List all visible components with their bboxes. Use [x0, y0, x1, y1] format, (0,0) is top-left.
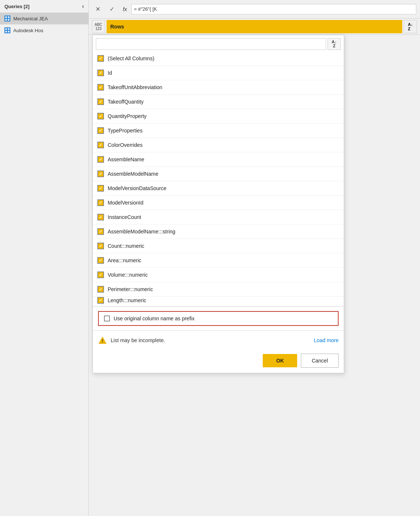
sort-az-icon: A↓Z: [332, 40, 336, 48]
column-item[interactable]: ColorOverrides: [93, 138, 344, 152]
column-checkbox[interactable]: [97, 286, 104, 293]
column-item[interactable]: AssembleModelName:::string: [93, 225, 344, 239]
column-checkbox[interactable]: [97, 55, 104, 62]
column-name-text: Rows: [110, 24, 124, 30]
column-checkbox[interactable]: [97, 171, 104, 177]
prefix-checkbox-row[interactable]: Use original column name as prefix: [98, 311, 339, 326]
svg-rect-7: [8, 28, 10, 30]
sidebar-item-label-1: Mechanical JEA: [13, 16, 48, 21]
column-label: Id: [108, 70, 112, 76]
column-checkbox[interactable]: [97, 142, 104, 148]
column-checkbox[interactable]: [97, 297, 104, 304]
svg-rect-1: [5, 16, 7, 18]
column-item[interactable]: (Select All Columns): [93, 51, 344, 66]
column-checkbox[interactable]: [97, 272, 104, 278]
fx-label: fx: [121, 6, 129, 12]
formula-input[interactable]: = #"26"{ [K: [131, 4, 416, 14]
column-item[interactable]: Area:::numeric: [93, 253, 344, 268]
sidebar: Queries [2] ‹ Mechanical JEA Autodes: [0, 0, 89, 516]
column-label: Count:::numeric: [108, 243, 144, 249]
column-label: AssembleModelName: [108, 171, 158, 177]
column-item[interactable]: Volume:::numeric: [93, 268, 344, 282]
column-label: Perimeter:::numeric: [108, 286, 153, 292]
sidebar-collapse-icon[interactable]: ‹: [82, 3, 84, 10]
svg-text:!: !: [102, 338, 103, 344]
column-label: QuantityProperty: [108, 113, 147, 119]
column-checkbox[interactable]: [97, 257, 104, 264]
column-item[interactable]: AssembleModelName: [93, 167, 344, 181]
column-item[interactable]: Count:::numeric: [93, 239, 344, 253]
sidebar-header: Queries [2] ‹: [0, 0, 88, 13]
column-item[interactable]: ModelVersionId: [93, 196, 344, 210]
warning-text: List may be incomplete.: [111, 337, 310, 343]
column-item[interactable]: AssembleName: [93, 152, 344, 167]
column-label: AssembleName: [108, 156, 144, 162]
column-item[interactable]: QuantityProperty: [93, 109, 344, 124]
type-label: ABC123: [95, 23, 103, 31]
cancel-formula-button[interactable]: ✕: [93, 4, 103, 14]
column-item[interactable]: TakeoffUnitAbbreviation: [93, 80, 344, 95]
column-item[interactable]: ModelVersionDataSource: [93, 181, 344, 196]
column-checkbox[interactable]: [97, 185, 104, 192]
svg-rect-4: [8, 19, 10, 21]
svg-rect-8: [5, 31, 7, 33]
column-checkbox[interactable]: [97, 199, 104, 206]
column-checkbox[interactable]: [97, 156, 104, 163]
column-list[interactable]: (Select All Columns)IdTakeoffUnitAbbrevi…: [93, 51, 344, 306]
column-checkbox[interactable]: [97, 127, 104, 134]
formula-text: = #"26"{ [K: [134, 6, 157, 12]
queries-title: Queries [2]: [4, 4, 30, 9]
confirm-icon: ✓: [110, 6, 114, 13]
column-checkbox[interactable]: [97, 243, 104, 249]
column-checkbox[interactable]: [97, 228, 104, 235]
sort-az-button[interactable]: A↓Z: [327, 38, 341, 50]
column-item[interactable]: InstanceCount: [93, 210, 344, 225]
sidebar-item-autodesk[interactable]: Autodesk Hos: [0, 24, 88, 36]
column-checkbox[interactable]: [97, 113, 104, 119]
footer-buttons: OK Cancel: [93, 350, 344, 373]
column-label: InstanceCount: [108, 214, 141, 220]
column-label: AssembleModelName:::string: [108, 229, 175, 235]
svg-rect-2: [8, 16, 10, 18]
top-bar: ✕ ✓ fx = #"26"{ [K: [89, 0, 420, 18]
svg-rect-3: [5, 19, 7, 21]
column-type-icon[interactable]: ABC123: [92, 20, 105, 33]
column-label: Length:::numeric: [108, 297, 146, 303]
column-item[interactable]: Perimeter:::numeric: [93, 282, 344, 297]
formula-bar-area: fx = #"26"{ [K: [121, 4, 416, 14]
warning-row: ! List may be incomplete. Load more: [93, 331, 344, 350]
sort-button[interactable]: A↓Z: [404, 20, 417, 33]
prefix-label: Use original column name as prefix: [114, 316, 195, 321]
sidebar-item-label-2: Autodesk Hos: [13, 28, 43, 33]
column-checkbox[interactable]: [97, 84, 104, 91]
column-checkbox[interactable]: [97, 214, 104, 220]
column-label: Volume:::numeric: [108, 272, 148, 278]
column-label: ColorOverrides: [108, 142, 142, 148]
column-checkbox[interactable]: [97, 98, 104, 105]
column-item[interactable]: TakeoffQuantity: [93, 95, 344, 109]
ok-button[interactable]: OK: [263, 354, 297, 367]
search-wrap: [96, 38, 326, 50]
load-more-button[interactable]: Load more: [314, 337, 339, 343]
modal-overlay: A↓Z (Select All Columns)IdTakeoffUnitAbb…: [89, 35, 420, 516]
cancel-button[interactable]: Cancel: [301, 354, 339, 368]
svg-rect-6: [5, 28, 7, 30]
column-label: ModelVersionId: [108, 200, 144, 206]
search-row: A↓Z: [93, 35, 344, 51]
column-header-bar: ABC123 Rows A↓Z: [89, 18, 420, 35]
search-input[interactable]: [96, 38, 326, 50]
dropdown-panel: A↓Z (Select All Columns)IdTakeoffUnitAbb…: [93, 35, 344, 373]
column-item[interactable]: TypeProperties: [93, 124, 344, 138]
column-item[interactable]: Id: [93, 66, 344, 80]
column-checkbox[interactable]: [97, 70, 104, 76]
prefix-checkbox[interactable]: [104, 316, 110, 321]
column-label: ModelVersionDataSource: [108, 185, 167, 191]
column-name-label[interactable]: Rows: [107, 20, 402, 33]
table-icon-1: [4, 16, 10, 21]
sidebar-item-mechanical-jea[interactable]: Mechanical JEA: [0, 13, 88, 24]
confirm-formula-button[interactable]: ✓: [107, 4, 117, 14]
warning-icon: !: [98, 336, 107, 345]
column-item[interactable]: Length:::numeric: [93, 297, 344, 306]
sort-icon: A↓Z: [408, 22, 413, 31]
cancel-icon: ✕: [95, 6, 100, 13]
